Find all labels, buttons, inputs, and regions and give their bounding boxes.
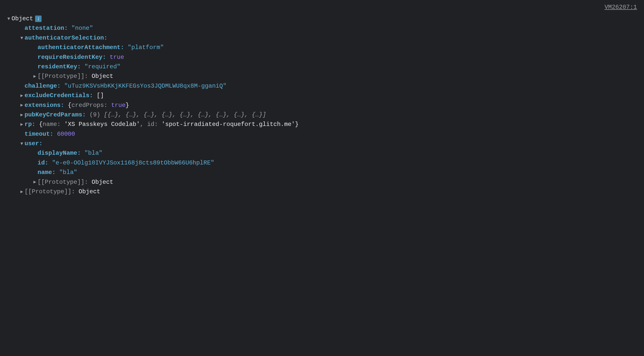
prop-exclude-credentials[interactable]: ▶ excludeCredentials: [] — [6, 91, 638, 100]
object-root[interactable]: ▼ Object i — [6, 14, 638, 24]
prop-key: id — [38, 158, 45, 168]
prop-pubkey-cred-params[interactable]: ▶ pubKeyCredParams: (9) [{…}, {…}, {…}, … — [6, 110, 638, 120]
prop-value: [] — [97, 91, 104, 100]
prop-display-name[interactable]: displayName: "bla" — [6, 148, 638, 158]
prop-timeout[interactable]: timeout: 60000 — [6, 129, 638, 139]
info-icon[interactable]: i — [35, 16, 42, 22]
preview-val-id: 'spot-irradiated-roquefort.glitch.me' — [162, 120, 295, 129]
chevron-right-icon[interactable]: ▶ — [19, 111, 25, 119]
preview-val-name: 'XS Passkeys Codelab' — [64, 120, 140, 129]
preview-value: true — [111, 101, 126, 110]
prop-key: displayName — [38, 148, 77, 158]
prop-key: authenticatorSelection — [25, 33, 104, 43]
prop-value: "e-e0-OOlg10IVYJSox1168j8cts89tObbW66U6h… — [52, 158, 214, 168]
root-label: Object — [12, 14, 33, 24]
prop-extensions[interactable]: ▶ extensions: {credProps: true} — [6, 101, 638, 110]
source-link[interactable]: VM26207:1 — [604, 3, 637, 12]
prop-key: user — [25, 139, 39, 148]
prop-challenge[interactable]: challenge: "uTuz9KSVsHbKKjKKFEGsYos3JQDM… — [6, 81, 638, 91]
prop-resident-key[interactable]: residentKey: "required" — [6, 62, 638, 72]
prop-user[interactable]: ▼ user: — [6, 139, 638, 148]
chevron-down-icon[interactable]: ▼ — [6, 15, 12, 23]
prop-key: challenge — [25, 81, 57, 91]
chevron-right-icon[interactable]: ▶ — [32, 73, 38, 80]
prop-key: authenticatorAttachment — [38, 43, 120, 52]
prop-key: [[Prototype]] — [38, 72, 84, 81]
chevron-right-icon[interactable]: ▶ — [19, 188, 25, 196]
prop-value: Object — [92, 177, 113, 187]
prop-value: Object — [79, 187, 100, 197]
prop-require-resident-key[interactable]: requireResidentKey: true — [6, 53, 638, 62]
prop-user-name[interactable]: name: "bla" — [6, 168, 638, 177]
chevron-right-icon[interactable]: ▶ — [19, 102, 25, 109]
prop-value: [{…}, {…}, {…}, {…}, {…}, {…}, {…}, {…},… — [104, 110, 266, 120]
prop-rp[interactable]: ▶ rp: {name: 'XS Passkeys Codelab', id: … — [6, 120, 638, 129]
prop-user-id[interactable]: id: "e-e0-OOlg10IVYJSox1168j8cts89tObbW6… — [6, 158, 638, 168]
prop-key: [[Prototype]] — [25, 187, 71, 197]
prop-value: true — [110, 53, 124, 62]
prop-value: "platform" — [128, 43, 164, 52]
prop-authenticator-selection[interactable]: ▼ authenticatorSelection: — [6, 33, 638, 43]
chevron-right-icon[interactable]: ▶ — [32, 179, 38, 186]
chevron-right-icon[interactable]: ▶ — [19, 121, 25, 128]
object-tree: ▼ Object i attestation: "none" ▼ authent… — [6, 14, 638, 197]
prop-key: residentKey — [38, 62, 77, 72]
prop-key: pubKeyCredParams — [25, 110, 82, 120]
prop-authenticator-attachment[interactable]: authenticatorAttachment: "platform" — [6, 43, 638, 52]
array-count: (9) — [89, 110, 104, 120]
prop-key: extensions — [25, 101, 61, 110]
preview-key: credProps: — [71, 101, 111, 110]
prop-key: excludeCredentials — [25, 91, 89, 100]
prop-prototype[interactable]: ▶ [[Prototype]]: Object — [6, 187, 638, 197]
prop-value: Object — [92, 72, 113, 81]
prop-key: attestation — [25, 24, 64, 33]
prop-key: timeout — [25, 129, 50, 139]
prop-value: "bla" — [84, 148, 102, 158]
prop-key: rp — [25, 120, 32, 129]
prop-value: "uTuz9KSVsHbKKjKKFEGsYos3JQDMLWU8qx8M-gg… — [64, 81, 226, 91]
prop-key: name — [38, 168, 52, 177]
prop-key: requireResidentKey — [38, 53, 102, 62]
prop-value: "required" — [84, 62, 120, 72]
preview-key-name: name: — [43, 120, 64, 129]
prop-attestation[interactable]: attestation: "none" — [6, 24, 638, 33]
prop-prototype[interactable]: ▶ [[Prototype]]: Object — [6, 177, 638, 187]
prop-key: [[Prototype]] — [38, 177, 84, 187]
prop-value: "bla" — [59, 168, 77, 177]
chevron-right-icon[interactable]: ▶ — [19, 92, 25, 99]
prop-value: 60000 — [57, 129, 75, 139]
prop-prototype[interactable]: ▶ [[Prototype]]: Object — [6, 72, 638, 81]
preview-key-id: id: — [147, 120, 162, 129]
chevron-down-icon[interactable]: ▼ — [19, 140, 25, 147]
chevron-down-icon[interactable]: ▼ — [19, 35, 25, 42]
prop-value: "none" — [71, 24, 93, 33]
